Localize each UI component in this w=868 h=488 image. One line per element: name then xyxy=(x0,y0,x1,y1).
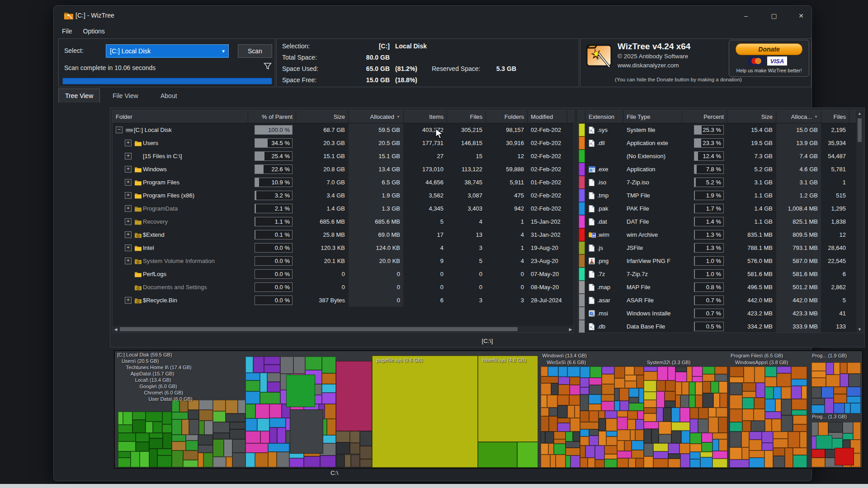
ext-vscrollbar[interactable]: ▲ ▼ xyxy=(856,110,863,333)
treemap-tile[interactable] xyxy=(644,380,656,392)
treemap-tile[interactable] xyxy=(541,455,550,468)
treemap-tile[interactable] xyxy=(811,458,826,467)
treemap-tile[interactable] xyxy=(828,422,843,432)
treemap-tile[interactable] xyxy=(708,417,718,432)
treemap-tile[interactable] xyxy=(172,441,186,450)
treemap-tile[interactable] xyxy=(260,373,267,392)
treemap-tile[interactable] xyxy=(149,433,162,438)
treemap-tile[interactable] xyxy=(712,459,728,468)
treemap-tile[interactable] xyxy=(656,380,665,391)
treemap-tile[interactable] xyxy=(580,387,589,394)
extension-row[interactable]: .jsJSFile1.3 %788.1 MB793.1 MB28,640 xyxy=(578,241,863,254)
treemap-tile[interactable] xyxy=(680,454,690,468)
treemap-tile[interactable] xyxy=(792,399,807,409)
treemap-tile[interactable] xyxy=(232,439,245,453)
tree-hscrollbar[interactable]: ◀ ▶ xyxy=(113,326,574,333)
treemap-tile[interactable] xyxy=(118,451,131,458)
treemap-tile[interactable] xyxy=(657,366,668,381)
treemap-tile[interactable] xyxy=(834,362,840,375)
treemap-tile[interactable] xyxy=(245,404,255,418)
treemap-block[interactable] xyxy=(336,361,372,431)
treemap-tile[interactable] xyxy=(305,357,322,370)
treemap-tile[interactable] xyxy=(765,387,774,399)
treemap-tile[interactable] xyxy=(350,443,360,455)
treemap-tile[interactable] xyxy=(550,455,556,468)
treemap-tile[interactable] xyxy=(245,453,255,467)
treemap-tile[interactable] xyxy=(558,385,570,395)
extension-row[interactable]: .sysSystem file25.3 %15.4 GB15.0 GB2,195 xyxy=(578,123,863,136)
treemap-tile[interactable] xyxy=(690,408,698,419)
treemap-tile[interactable] xyxy=(774,387,781,399)
extension-row[interactable]: W.wimwim Archive1.3 %835.1 MB809.5 MB12 xyxy=(578,228,863,241)
treemap-tile[interactable] xyxy=(136,442,149,452)
expand-icon[interactable]: + xyxy=(125,218,132,225)
treemap-tile[interactable] xyxy=(590,366,602,378)
treemap-tile[interactable] xyxy=(350,431,360,443)
treemap-tile[interactable] xyxy=(585,446,595,458)
treemap-tile[interactable] xyxy=(785,448,793,468)
treemap-tile[interactable] xyxy=(665,391,675,401)
treemap-tile[interactable] xyxy=(617,411,627,417)
treemap-tile[interactable] xyxy=(599,431,606,446)
treemap-tile[interactable] xyxy=(788,432,800,448)
treemap-tile[interactable] xyxy=(781,387,791,399)
treemap-tile[interactable] xyxy=(792,410,807,416)
treemap-tile[interactable] xyxy=(635,430,644,441)
treemap-tile[interactable] xyxy=(157,455,171,467)
treemap-tile[interactable] xyxy=(172,435,186,441)
treemap-tile[interactable] xyxy=(659,422,671,434)
treemap-tile[interactable] xyxy=(140,451,149,467)
treemap-tile[interactable] xyxy=(653,443,669,451)
treemap-tile[interactable] xyxy=(322,384,336,393)
treemap-tile[interactable] xyxy=(644,429,651,443)
treemap-tile[interactable] xyxy=(644,392,656,399)
treemap-tile[interactable] xyxy=(690,419,698,433)
treemap-tile[interactable] xyxy=(199,410,213,421)
treemap-tile[interactable] xyxy=(186,435,198,441)
treemap-tile[interactable] xyxy=(567,366,580,377)
column-header-swatch[interactable] xyxy=(578,110,585,123)
treemap-tile[interactable] xyxy=(751,421,764,432)
treemap-tile[interactable] xyxy=(811,398,825,405)
treemap-tile[interactable] xyxy=(825,398,834,413)
treemap-tile[interactable] xyxy=(681,431,690,443)
treemap-tile[interactable] xyxy=(595,446,604,460)
extension-row[interactable]: .dbData Base File0.5 %334.2 MB333.9 MB13… xyxy=(578,320,863,333)
treemap-tile[interactable] xyxy=(719,381,727,393)
treemap-tile[interactable] xyxy=(149,438,162,449)
treemap-tile[interactable] xyxy=(625,381,636,388)
tree-row[interactable]: +$Extend0.1 %25.8 MB69.0 MB1713431-Jan-2… xyxy=(113,228,574,241)
treemap-tile[interactable] xyxy=(703,381,710,393)
treemap-block[interactable] xyxy=(816,435,832,449)
treemap-tile[interactable] xyxy=(668,454,680,458)
treemap-tile[interactable] xyxy=(257,418,269,431)
treemap-tile[interactable] xyxy=(322,373,336,384)
treemap-tile[interactable] xyxy=(744,366,755,383)
treemap-tile[interactable] xyxy=(232,453,245,467)
collapse-icon[interactable]: − xyxy=(116,127,123,133)
treemap-tile[interactable] xyxy=(245,431,260,443)
treemap-tile[interactable] xyxy=(668,459,680,468)
treemap-tile[interactable] xyxy=(636,419,644,430)
treemap-tile[interactable] xyxy=(765,399,775,411)
treemap-tile[interactable] xyxy=(570,377,580,385)
treemap-tile[interactable] xyxy=(230,429,245,439)
treemap-tile[interactable] xyxy=(604,454,617,459)
treemap-tile[interactable] xyxy=(602,366,614,374)
treemap-tile[interactable] xyxy=(204,421,213,435)
treemap-tile[interactable] xyxy=(146,422,153,433)
treemap-tile[interactable] xyxy=(580,458,588,468)
treemap-tile[interactable] xyxy=(571,455,580,468)
treemap-tile[interactable] xyxy=(720,393,727,407)
treemap-tile[interactable] xyxy=(163,433,172,449)
treemap-block[interactable] xyxy=(478,356,538,442)
treemap-tile[interactable] xyxy=(755,366,765,383)
treemap-tile[interactable] xyxy=(671,422,690,431)
treemap-tile[interactable] xyxy=(602,374,614,384)
tree-row[interactable]: +Recovery1.1 %685.6 MB685.6 MB54115-Jan-… xyxy=(113,215,574,228)
extension-row[interactable]: .dllApplication exte23.3 %19.5 GB13.9 GB… xyxy=(578,136,863,150)
treemap-tile[interactable] xyxy=(712,451,728,459)
treemap-tile[interactable] xyxy=(781,415,793,432)
treemap-tile[interactable] xyxy=(267,382,280,392)
treemap-tile[interactable] xyxy=(253,357,264,373)
